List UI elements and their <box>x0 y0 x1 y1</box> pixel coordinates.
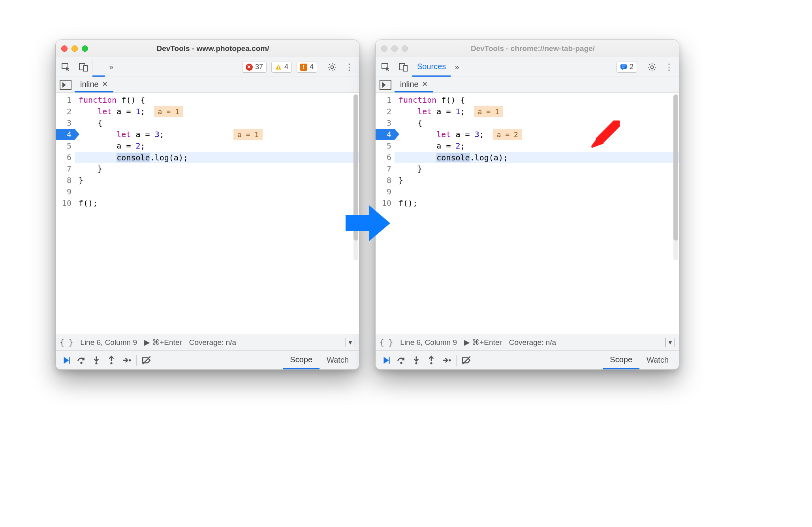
settings-button[interactable] <box>323 57 341 77</box>
svg-rect-14 <box>403 66 407 71</box>
line-number[interactable]: 9 <box>56 186 75 198</box>
line-number[interactable]: 5 <box>376 140 395 152</box>
breakpoint-line-number[interactable]: 4 <box>376 129 395 140</box>
window-title: DevTools - www.photopea.com/ <box>95 44 331 53</box>
line-number[interactable]: 2 <box>376 106 395 117</box>
device-icon <box>79 62 88 72</box>
line-number[interactable]: 6 <box>56 152 75 163</box>
step-over-icon <box>76 355 86 365</box>
deactivate-breakpoints-button[interactable] <box>139 353 154 367</box>
warnings-badge[interactable]: 4 <box>271 62 292 73</box>
close-dot[interactable] <box>61 45 68 52</box>
deactivate-breakpoints-button[interactable] <box>459 353 474 367</box>
kebab-menu-button[interactable]: ⋮ <box>661 57 677 77</box>
navigator-button[interactable] <box>60 80 71 90</box>
svg-rect-3 <box>278 66 279 68</box>
line-number[interactable]: 9 <box>376 186 395 198</box>
kebab-menu-button[interactable]: ⋮ <box>341 57 357 77</box>
zoom-dot[interactable] <box>402 45 408 52</box>
step-button[interactable] <box>439 353 454 367</box>
close-icon[interactable]: ✕ <box>422 80 428 88</box>
line-number[interactable]: 2 <box>56 106 75 117</box>
step-over-button[interactable] <box>394 353 409 367</box>
line-number[interactable]: 3 <box>56 117 75 129</box>
step-over-button[interactable] <box>74 353 89 367</box>
settings-button[interactable] <box>643 57 661 77</box>
expand-button[interactable]: ▼ <box>346 338 355 347</box>
inspect-icon <box>61 62 71 72</box>
step-icon <box>441 355 451 365</box>
step-over-icon <box>396 355 406 365</box>
message-icon <box>620 64 627 71</box>
run-snippet-button[interactable]: ▶ ⌘+Enter <box>144 338 182 347</box>
svg-point-22 <box>430 362 432 364</box>
inline-value-l2: a = 1 <box>154 106 183 117</box>
resume-button[interactable] <box>379 353 394 367</box>
code-body[interactable]: function f() { let a = 1;a = 1 { let a =… <box>75 93 359 334</box>
watch-tab[interactable]: Watch <box>639 351 676 369</box>
line-number[interactable]: 7 <box>376 163 395 175</box>
svg-point-8 <box>95 362 97 364</box>
resume-button[interactable] <box>59 353 74 367</box>
inspect-button[interactable] <box>57 57 75 77</box>
line-number[interactable]: 5 <box>56 140 75 152</box>
more-tabs-button[interactable]: » <box>105 57 117 77</box>
scope-tab[interactable]: Scope <box>603 351 639 369</box>
svg-point-9 <box>110 362 112 364</box>
line-number[interactable]: 7 <box>56 163 75 175</box>
line-gutter[interactable]: 1 2 3 4 5 6 7 8 9 10 <box>56 93 75 334</box>
minimize-dot[interactable] <box>71 45 78 52</box>
device-button[interactable] <box>75 57 92 77</box>
step-out-icon <box>426 355 436 365</box>
step-into-button[interactable] <box>89 353 104 367</box>
close-icon[interactable]: ✕ <box>102 80 108 88</box>
devtools-window-left: DevTools - www.photopea.com/ » ✕ 37 <box>55 40 359 370</box>
step-into-button[interactable] <box>409 353 424 367</box>
error-icon: ✕ <box>246 64 253 71</box>
gear-icon <box>647 62 657 72</box>
close-dot[interactable] <box>381 45 387 52</box>
breakpoint-line-number[interactable]: 4 <box>56 129 75 140</box>
more-tabs-button[interactable]: » <box>451 57 463 77</box>
scope-tab[interactable]: Scope <box>283 351 320 369</box>
line-number[interactable]: 6 <box>376 152 395 163</box>
step-out-icon <box>106 355 117 365</box>
file-tab-inline[interactable]: inline ✕ <box>395 77 433 92</box>
svg-point-10 <box>129 359 131 361</box>
line-number[interactable]: 8 <box>376 175 395 186</box>
line-number[interactable]: 3 <box>376 117 395 129</box>
zoom-dot[interactable] <box>82 45 88 52</box>
minimize-dot[interactable] <box>391 45 398 52</box>
file-tab-inline[interactable]: inline ✕ <box>75 77 113 92</box>
messages-badge[interactable]: 2 <box>617 62 637 73</box>
errors-badge[interactable]: ✕ 37 <box>242 62 267 73</box>
code-editor[interactable]: 1 2 3 4 5 6 7 8 9 10 function f() { let … <box>56 93 359 334</box>
svg-rect-16 <box>622 66 626 66</box>
active-panel-indicator[interactable] <box>92 57 105 77</box>
prettify-button[interactable]: { } <box>60 338 73 347</box>
issues-badge[interactable]: ! 4 <box>297 62 317 73</box>
expand-button[interactable]: ▼ <box>665 338 675 347</box>
transition-arrow-icon <box>344 201 391 245</box>
step-out-button[interactable] <box>104 353 119 367</box>
step-out-button[interactable] <box>424 353 439 367</box>
inspect-button[interactable] <box>377 57 395 77</box>
device-button[interactable] <box>395 57 412 77</box>
sources-tab[interactable]: Sources <box>412 57 451 77</box>
line-number[interactable]: 1 <box>376 94 395 106</box>
svg-rect-2 <box>83 66 87 71</box>
line-number[interactable]: 1 <box>56 94 75 106</box>
run-snippet-button[interactable]: ▶ ⌘+Enter <box>464 338 502 347</box>
step-button[interactable] <box>119 353 134 367</box>
prettify-button[interactable]: { } <box>380 338 393 347</box>
line-number[interactable]: 8 <box>56 175 75 186</box>
watch-tab[interactable]: Watch <box>320 351 356 369</box>
scrollbar-thumb[interactable] <box>673 94 678 241</box>
navigator-button[interactable] <box>380 80 391 90</box>
code-editor[interactable]: 1 2 3 4 5 6 7 8 9 10 function f() { let … <box>376 93 679 334</box>
execution-line: console.log(a); <box>395 152 679 163</box>
code-body[interactable]: function f() { let a = 1;a = 1 { let a =… <box>395 93 679 334</box>
file-tabstrip: inline ✕ <box>56 77 359 93</box>
main-toolbar: » ✕ 37 4 ! 4 <box>56 57 359 77</box>
line-number[interactable]: 10 <box>56 198 75 209</box>
